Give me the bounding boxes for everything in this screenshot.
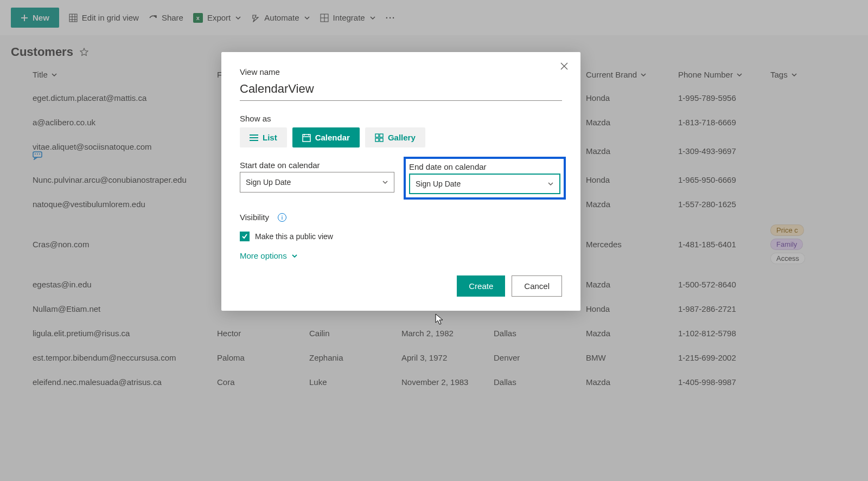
start-date-value: Sign Up Date [246, 178, 291, 187]
show-as-list-label: List [263, 133, 277, 142]
show-as-gallery-button[interactable]: Gallery [365, 127, 425, 147]
show-as-row: List Calendar Gallery [240, 127, 562, 147]
dialog-close-button[interactable] [560, 62, 569, 70]
more-options-label: More options [240, 251, 287, 260]
gallery-icon [375, 133, 384, 142]
public-view-label: Make this a public view [255, 232, 333, 241]
svg-rect-7 [380, 138, 383, 142]
chevron-down-icon [547, 181, 554, 187]
svg-rect-3 [303, 134, 310, 142]
create-button[interactable]: Create [457, 275, 505, 297]
show-as-label: Show as [240, 114, 562, 123]
public-view-row: Make this a public view [240, 232, 562, 241]
create-view-dialog: View name Show as List Calendar Gallery … [221, 52, 580, 311]
show-as-calendar-button[interactable]: Calendar [292, 127, 360, 147]
close-icon [560, 62, 569, 70]
start-date-select[interactable]: Sign Up Date [240, 172, 394, 193]
show-as-calendar-label: Calendar [315, 133, 350, 142]
svg-rect-5 [380, 134, 383, 137]
dialog-footer: Create Cancel [240, 275, 562, 297]
view-name-input[interactable] [240, 79, 562, 101]
start-date-label: Start date on calendar [240, 161, 394, 170]
show-as-list-button[interactable]: List [240, 127, 287, 147]
visibility-label: Visibility [240, 213, 269, 222]
more-options-link[interactable]: More options [240, 251, 562, 260]
public-view-checkbox[interactable] [240, 232, 250, 241]
chevron-down-icon [291, 253, 298, 259]
end-date-select[interactable]: Sign Up Date [409, 174, 560, 194]
calendar-icon [302, 133, 311, 142]
end-date-field: End date on calendar Sign Up Date [407, 161, 562, 200]
end-date-value: Sign Up Date [416, 179, 461, 188]
cancel-button[interactable]: Cancel [512, 275, 562, 297]
list-icon [250, 134, 258, 142]
svg-rect-4 [375, 134, 379, 137]
start-date-field: Start date on calendar Sign Up Date [240, 161, 394, 200]
date-fields-row: Start date on calendar Sign Up Date End … [240, 161, 562, 200]
chevron-down-icon [382, 179, 388, 185]
info-icon[interactable]: i [278, 213, 286, 222]
show-as-gallery-label: Gallery [388, 133, 416, 142]
end-date-highlight: End date on calendar Sign Up Date [404, 157, 566, 200]
visibility-row: Visibility i [240, 213, 562, 222]
svg-rect-6 [375, 138, 379, 142]
end-date-label: End date on calendar [409, 162, 560, 171]
view-name-label: View name [240, 67, 562, 76]
